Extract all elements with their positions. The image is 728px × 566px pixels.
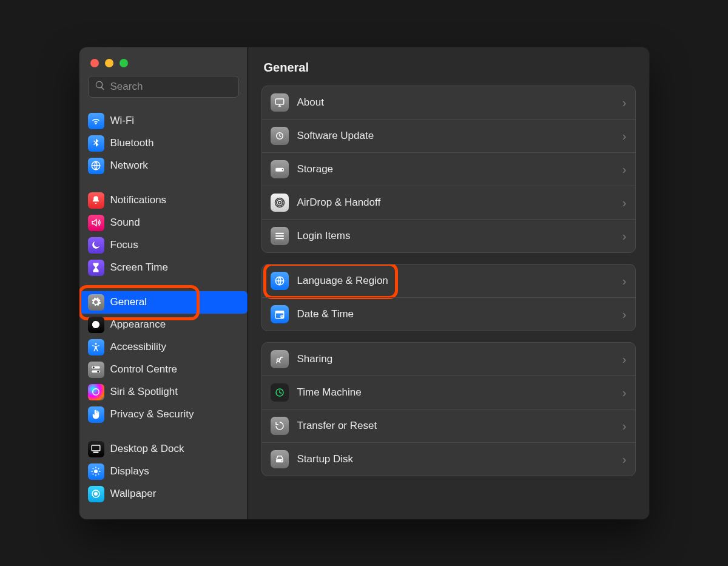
chevron-right-icon: › bbox=[622, 230, 627, 242]
sound-icon bbox=[88, 215, 104, 231]
gear-refresh-icon bbox=[271, 127, 289, 145]
sidebar-item-wallpaper[interactable]: Wallpaper bbox=[79, 483, 248, 505]
svg-point-2 bbox=[95, 343, 97, 345]
settings-row-sharing[interactable]: Sharing› bbox=[262, 343, 635, 376]
search-input[interactable] bbox=[110, 81, 239, 93]
timemachine-icon bbox=[271, 383, 289, 402]
sidebar-item-notifications[interactable]: Notifications bbox=[79, 189, 248, 212]
settings-row-airdrop-handoff[interactable]: AirDrop & Handoff› bbox=[262, 186, 635, 219]
sidebar-item-label: Screen Time bbox=[110, 261, 168, 274]
chevron-right-icon: › bbox=[622, 308, 627, 320]
settings-row-about[interactable]: About› bbox=[262, 86, 635, 119]
chevron-right-icon: › bbox=[622, 275, 627, 287]
sidebar-item-sound[interactable]: Sound bbox=[79, 212, 248, 234]
svg-point-6 bbox=[97, 371, 99, 372]
main-panel: General About›Software Update›Storage›Ai… bbox=[248, 47, 649, 519]
hourglass-icon bbox=[88, 260, 104, 276]
settings-group: Language & Region›Date & Time› bbox=[261, 264, 636, 331]
page-title: General bbox=[261, 58, 636, 86]
svg-point-5 bbox=[93, 366, 95, 368]
svg-point-7 bbox=[93, 389, 99, 396]
sidebar-item-privacy-security[interactable]: Privacy & Security bbox=[79, 403, 248, 426]
sidebar-item-focus[interactable]: Focus bbox=[79, 234, 248, 257]
sidebar-item-label: Bluetooth bbox=[110, 137, 154, 149]
sidebar-item-label: Control Centre bbox=[110, 363, 178, 376]
settings-row-label: Storage bbox=[297, 163, 614, 175]
sidebar-item-wi-fi[interactable]: Wi-Fi bbox=[79, 110, 248, 132]
settings-row-label: Date & Time bbox=[297, 308, 614, 320]
sidebar-group: GeneralAppearanceAccessibilityControl Ce… bbox=[79, 288, 248, 434]
sidebar-group: Wi-FiBluetoothNetwork bbox=[79, 106, 248, 186]
globe-icon bbox=[271, 272, 289, 290]
chevron-right-icon: › bbox=[622, 353, 627, 365]
appearance-icon bbox=[88, 317, 104, 333]
sidebar-item-displays[interactable]: Displays bbox=[79, 460, 248, 483]
sidebar-item-network[interactable]: Network bbox=[79, 155, 248, 177]
settings-row-time-machine[interactable]: Time Machine› bbox=[262, 376, 635, 409]
settings-row-label: Startup Disk bbox=[297, 453, 614, 465]
search-field[interactable] bbox=[88, 76, 239, 98]
svg-point-18 bbox=[276, 199, 283, 206]
sidebar-list[interactable]: Wi-FiBluetoothNetworkNotificationsSoundF… bbox=[79, 101, 248, 519]
settings-row-label: Transfer or Reset bbox=[297, 420, 614, 432]
sidebar-item-siri-spotlight[interactable]: Siri & Spotlight bbox=[79, 381, 248, 403]
svg-point-10 bbox=[94, 470, 98, 473]
svg-point-16 bbox=[281, 169, 283, 170]
chevron-right-icon: › bbox=[622, 386, 627, 399]
settings-row-label: About bbox=[297, 96, 614, 109]
minimize-window-button[interactable] bbox=[105, 59, 113, 67]
close-window-button[interactable] bbox=[90, 59, 99, 67]
disk-icon bbox=[271, 450, 289, 468]
settings-row-login-items[interactable]: Login Items› bbox=[262, 219, 635, 252]
gear-icon bbox=[88, 294, 104, 311]
svg-rect-8 bbox=[92, 445, 100, 451]
sidebar-item-appearance[interactable]: Appearance bbox=[79, 314, 248, 336]
settings-row-label: AirDrop & Handoff bbox=[297, 197, 614, 209]
svg-rect-9 bbox=[93, 452, 99, 453]
sidebar-item-accessibility[interactable]: Accessibility bbox=[79, 336, 248, 359]
sidebar-item-label: Appearance bbox=[110, 318, 166, 331]
settings-row-storage[interactable]: Storage› bbox=[262, 152, 635, 186]
hand-icon bbox=[88, 406, 104, 423]
storage-icon bbox=[271, 160, 289, 178]
chevron-right-icon: › bbox=[622, 130, 627, 142]
sidebar-group: NotificationsSoundFocusScreen Time bbox=[79, 186, 248, 288]
sidebar-item-desktop-dock[interactable]: Desktop & Dock bbox=[79, 438, 248, 460]
window-controls bbox=[88, 56, 239, 76]
chevron-right-icon: › bbox=[622, 420, 627, 432]
settings-row-date-time[interactable]: Date & Time› bbox=[262, 297, 635, 331]
svg-rect-13 bbox=[275, 99, 284, 104]
settings-row-software-update[interactable]: Software Update› bbox=[262, 119, 635, 152]
settings-row-label: Time Machine bbox=[297, 386, 614, 399]
sidebar-item-bluetooth[interactable]: Bluetooth bbox=[79, 132, 248, 155]
svg-rect-25 bbox=[275, 311, 284, 313]
sidebar-item-screen-time[interactable]: Screen Time bbox=[79, 257, 248, 279]
desktop-icon bbox=[88, 441, 104, 457]
maximize-window-button[interactable] bbox=[120, 59, 128, 67]
globe-icon bbox=[88, 158, 104, 174]
bell-icon bbox=[88, 192, 104, 209]
search-icon bbox=[95, 80, 106, 93]
sidebar-item-label: Focus bbox=[110, 239, 138, 251]
sidebar-item-general[interactable]: General bbox=[79, 291, 248, 314]
settings-row-startup-disk[interactable]: Startup Disk› bbox=[262, 442, 635, 476]
settings-row-label: Language & Region bbox=[297, 275, 614, 287]
settings-row-language-region[interactable]: Language & Region› bbox=[262, 264, 635, 297]
chevron-right-icon: › bbox=[622, 197, 627, 209]
sidebar-item-label: Privacy & Security bbox=[110, 408, 194, 420]
sidebar-item-label: Network bbox=[110, 160, 148, 172]
settings-row-transfer-or-reset[interactable]: Transfer or Reset› bbox=[262, 409, 635, 442]
sidebar-item-label: Accessibility bbox=[110, 341, 167, 353]
chevron-right-icon: › bbox=[622, 96, 627, 109]
sidebar-group: Desktop & DockDisplaysWallpaper bbox=[79, 434, 248, 514]
sidebar-item-control-centre[interactable]: Control Centre bbox=[79, 359, 248, 381]
airdrop-icon bbox=[271, 194, 289, 212]
accessibility-icon bbox=[88, 339, 104, 355]
calendar-icon bbox=[271, 305, 289, 323]
svg-rect-21 bbox=[275, 235, 284, 236]
sidebar-item-label: Wallpaper bbox=[110, 488, 157, 500]
list-icon bbox=[271, 227, 289, 245]
sidebar-item-label: Notifications bbox=[110, 194, 167, 206]
settings-row-label: Login Items bbox=[297, 230, 614, 242]
svg-rect-22 bbox=[275, 238, 284, 239]
